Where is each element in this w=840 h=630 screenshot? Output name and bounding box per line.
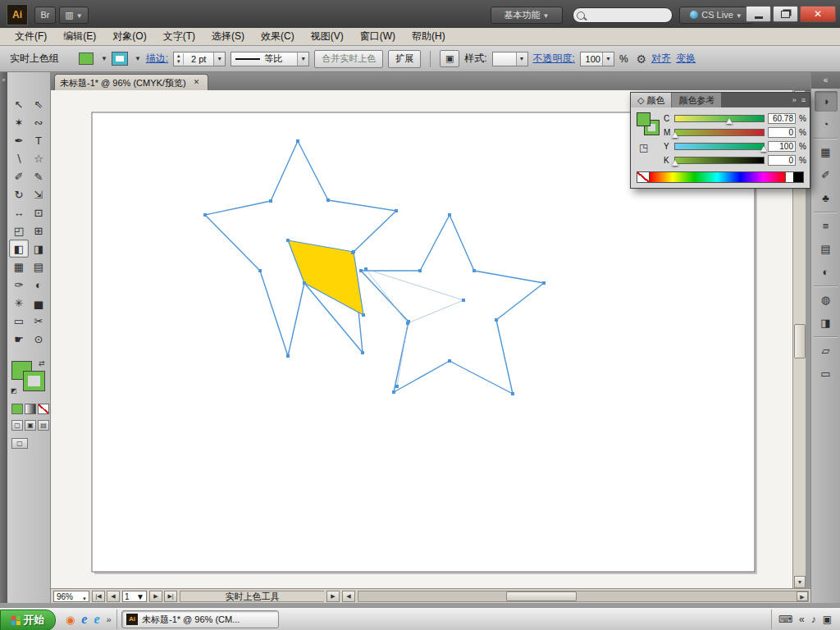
anchor-point[interactable] <box>418 269 422 272</box>
pen-tool[interactable]: ✒ <box>9 131 29 149</box>
column-graph-tool[interactable]: ▅ <box>29 294 48 312</box>
scroll-down-arrow[interactable]: ▼ <box>794 576 806 588</box>
channel-Y-value-input[interactable]: 100 <box>768 141 796 152</box>
close-button[interactable]: ✕ <box>800 6 836 22</box>
channel-C-value-input[interactable]: 60.78 <box>768 113 796 124</box>
draw-inside-button[interactable]: ▤ <box>38 420 49 431</box>
search-input[interactable] <box>585 9 662 21</box>
direct-selection-tool[interactable]: ⇖ <box>29 95 48 113</box>
stroke-color-swatch[interactable] <box>112 52 127 65</box>
workspace-switcher-button[interactable]: 基本功能▼ <box>491 7 563 24</box>
channel-M-value-input[interactable]: 0 <box>768 127 796 138</box>
horizontal-scrollbar[interactable]: ▶ <box>358 591 809 602</box>
eyedropper-tool[interactable]: ✑ <box>9 276 29 294</box>
vertical-scroll-thumb[interactable] <box>794 324 806 358</box>
anchor-point[interactable] <box>462 299 465 302</box>
display-icon[interactable]: ▣ <box>823 614 832 625</box>
expand-panel-icon[interactable]: » <box>792 96 797 104</box>
scale-tool[interactable]: ⇲ <box>29 185 48 203</box>
browser-icon[interactable]: e <box>94 612 99 627</box>
paintbrush-tool[interactable]: ✐ <box>9 167 29 185</box>
anchor-point[interactable] <box>395 209 398 212</box>
last-artboard-button[interactable]: ▶| <box>164 591 177 602</box>
none-swatch[interactable] <box>637 172 650 182</box>
zoom-tool[interactable]: ⊙ <box>29 330 48 348</box>
color-spectrum-bar[interactable] <box>650 172 785 182</box>
channel-Y-slider[interactable] <box>674 143 765 150</box>
left-dock-collapse-strip[interactable]: « <box>0 72 7 603</box>
chevron-down-icon[interactable]: ▼ <box>602 52 614 66</box>
screen-mode-button[interactable]: ▢ <box>11 438 28 449</box>
anchor-point[interactable] <box>392 390 395 394</box>
slider-marker[interactable] <box>672 160 678 166</box>
default-fill-stroke-icon[interactable]: ◩ <box>11 387 17 395</box>
dock-brushes-button[interactable]: ✐ <box>815 165 838 185</box>
perspective-grid-tool[interactable]: ⊞ <box>29 221 48 240</box>
free-transform-tool[interactable]: ⊡ <box>29 203 48 221</box>
slider-marker[interactable] <box>672 132 678 138</box>
out-of-gamut-cube-icon[interactable]: ◳ <box>639 142 648 153</box>
menu-item-7[interactable]: 窗口(W) <box>352 28 404 45</box>
line-segment-tool[interactable]: ∖ <box>9 149 29 167</box>
minimize-button[interactable] <box>746 6 771 22</box>
artboard-tool[interactable]: ▭ <box>9 312 29 330</box>
transform-panel-link[interactable]: 变换 <box>676 52 696 66</box>
chevron-down-icon[interactable]: ▼ <box>213 52 225 66</box>
menu-item-1[interactable]: 编辑(E) <box>55 28 104 45</box>
internet-explorer-icon[interactable]: e <box>81 612 87 627</box>
recolor-artwork-icon[interactable]: ⚙ <box>637 52 647 66</box>
rotate-tool[interactable]: ↻ <box>9 185 29 203</box>
dock-color-button[interactable]: ◑ <box>815 91 838 112</box>
status-options-button[interactable]: ▶ <box>326 591 340 602</box>
anchor-point[interactable] <box>542 281 546 285</box>
dock-color-guide-button[interactable]: ◔ <box>815 114 838 135</box>
slider-marker[interactable] <box>726 118 733 124</box>
anchor-point[interactable] <box>395 385 399 388</box>
tray-collapse-icon[interactable]: « <box>799 614 805 625</box>
opacity-panel-link[interactable]: 不透明度: <box>533 52 575 66</box>
arrange-documents-button[interactable]: ▥▼ <box>59 7 89 24</box>
live-paint-selection-tool[interactable]: ◨ <box>29 240 48 258</box>
anchor-point[interactable] <box>364 267 368 271</box>
volume-icon[interactable]: ♪ <box>811 614 816 625</box>
draw-normal-button[interactable]: ▢ <box>11 420 23 431</box>
anchor-point[interactable] <box>269 199 272 203</box>
dock-symbols-button[interactable]: ♣ <box>815 188 838 208</box>
tab-color-guide[interactable]: 颜色参考 <box>671 93 721 107</box>
opacity-value[interactable]: 100 <box>581 54 602 64</box>
dock-swatches-button[interactable]: ▦ <box>815 142 838 162</box>
channel-M-slider[interactable] <box>674 129 765 136</box>
language-indicator-icon[interactable]: ⌨ <box>778 614 792 625</box>
channel-C-slider[interactable] <box>674 115 765 122</box>
start-button[interactable]: 开始 <box>0 609 56 630</box>
slider-marker[interactable] <box>760 146 767 152</box>
launcher-icon[interactable]: ◉ <box>66 614 75 626</box>
anchor-point[interactable] <box>511 392 514 395</box>
lasso-tool[interactable]: ∾ <box>29 113 48 131</box>
hand-tool[interactable]: ☛ <box>9 330 29 348</box>
search-field[interactable] <box>573 7 673 23</box>
anchor-point[interactable] <box>362 313 365 317</box>
menu-item-4[interactable]: 选择(S) <box>203 28 253 45</box>
selection-tool[interactable]: ↖ <box>9 95 29 113</box>
stroke-proxy-swatch[interactable] <box>24 372 44 390</box>
dock-transparency-button[interactable]: ◐ <box>815 262 838 282</box>
status-tool-indicator[interactable]: 实时上色工具 <box>180 591 324 602</box>
menu-item-0[interactable]: 文件(F) <box>7 28 55 45</box>
gradient-tool[interactable]: ▤ <box>29 258 48 276</box>
dock-gradient-button[interactable]: ▤ <box>815 239 838 259</box>
close-document-icon[interactable]: ✕ <box>191 77 203 89</box>
horizontal-scroll-thumb[interactable] <box>506 591 577 601</box>
tab-color[interactable]: ◇颜色 <box>631 93 671 107</box>
channel-K-value-input[interactable]: 0 <box>768 155 796 166</box>
restore-button[interactable] <box>773 6 798 22</box>
dock-appearance-button[interactable]: ◍ <box>815 290 838 310</box>
panel-fill-swatch[interactable] <box>637 112 651 126</box>
anchor-point[interactable] <box>326 199 330 202</box>
menu-item-3[interactable]: 文字(T) <box>155 28 203 45</box>
dock-stroke-button[interactable]: ≡ <box>815 216 838 236</box>
type-tool[interactable]: T <box>29 131 48 149</box>
anchor-point[interactable] <box>203 213 207 217</box>
anchor-point[interactable] <box>352 250 355 253</box>
document-tab[interactable]: 未标题-1* @ 96% (CMYK/预览) ✕ <box>54 74 208 91</box>
